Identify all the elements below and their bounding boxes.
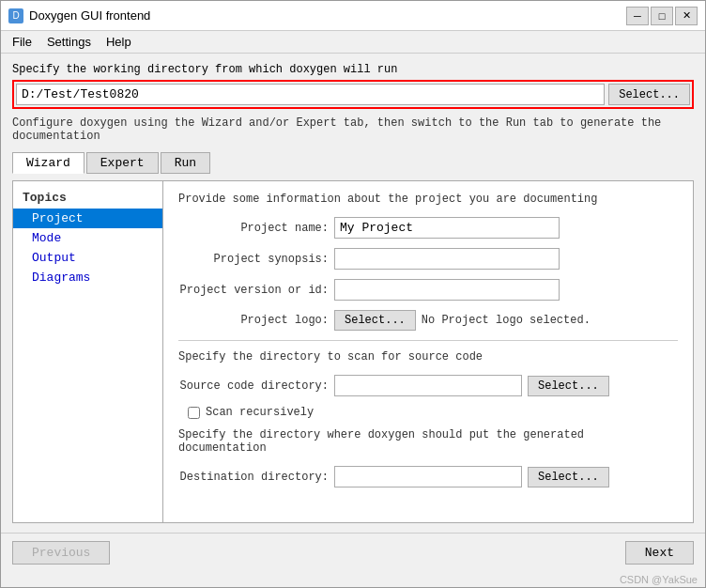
working-dir-label: Specify the working directory from which… xyxy=(12,63,694,76)
project-logo-row: Project logo: Select... No Project logo … xyxy=(178,310,678,331)
form-section-title: Provide some information about the proje… xyxy=(178,193,678,206)
working-dir-section: Specify the working directory from which… xyxy=(12,63,694,109)
scan-recursively-label: Scan recursively xyxy=(206,406,314,419)
working-dir-select-button[interactable]: Select... xyxy=(608,84,690,105)
watermark: CSDN @YakSue xyxy=(1,572,705,587)
main-window: D Doxygen GUI frontend ─ □ ✕ File Settin… xyxy=(0,0,706,588)
menu-bar: File Settings Help xyxy=(1,31,705,54)
project-version-input[interactable] xyxy=(334,279,560,301)
sidebar-item-output[interactable]: Output xyxy=(13,248,162,268)
project-version-label: Project version or id: xyxy=(178,284,329,297)
maximize-button[interactable]: □ xyxy=(651,7,673,25)
sidebar-item-project[interactable]: Project xyxy=(13,209,162,228)
source-dir-label: Source code directory: xyxy=(178,379,329,393)
working-dir-row: Select... xyxy=(12,80,694,109)
title-controls: ─ □ ✕ xyxy=(626,7,698,25)
title-bar: D Doxygen GUI frontend ─ □ ✕ xyxy=(1,1,705,31)
title-bar-left: D Doxygen GUI frontend xyxy=(8,8,150,23)
previous-button[interactable]: Previous xyxy=(12,541,110,565)
tab-wizard[interactable]: Wizard xyxy=(12,152,84,174)
source-dir-row: Source code directory: Select... xyxy=(178,375,678,396)
bottom-buttons: Previous Next xyxy=(1,533,705,572)
main-area: Topics Project Mode Output Diagrams Prov… xyxy=(12,180,694,523)
content-area: Specify the working directory from which… xyxy=(1,54,705,533)
no-logo-text: No Project logo selected. xyxy=(422,314,591,327)
tab-expert[interactable]: Expert xyxy=(86,152,159,174)
source-dir-input[interactable] xyxy=(334,375,522,396)
dest-section-title: Specify the directory where doxygen shou… xyxy=(178,428,678,455)
window-title: Doxygen GUI frontend xyxy=(29,8,150,23)
project-name-label: Project name: xyxy=(178,222,329,235)
scan-recursively-checkbox[interactable] xyxy=(188,407,200,419)
dest-dir-row: Destination directory: Select... xyxy=(178,466,678,487)
sidebar-title: Topics xyxy=(13,187,162,209)
tab-run[interactable]: Run xyxy=(161,152,210,174)
dest-dir-input[interactable] xyxy=(334,466,522,487)
project-logo-select-button[interactable]: Select... xyxy=(334,310,416,331)
menu-help[interactable]: Help xyxy=(99,33,139,51)
menu-file[interactable]: File xyxy=(5,33,39,51)
working-dir-input[interactable] xyxy=(16,84,605,105)
dest-dir-select-button[interactable]: Select... xyxy=(528,467,609,487)
project-synopsis-input[interactable] xyxy=(334,248,560,270)
menu-settings[interactable]: Settings xyxy=(39,33,99,51)
next-button[interactable]: Next xyxy=(625,541,694,565)
minimize-button[interactable]: ─ xyxy=(626,7,649,25)
dest-dir-label: Destination directory: xyxy=(178,471,329,484)
source-dir-select-button[interactable]: Select... xyxy=(528,376,609,396)
project-synopsis-row: Project synopsis: xyxy=(178,248,678,270)
tabs-row: Wizard Expert Run xyxy=(12,152,694,174)
scan-recursively-row: Scan recursively xyxy=(188,406,678,419)
source-section-title: Specify the directory to scan for source… xyxy=(178,350,678,364)
project-logo-label: Project logo: xyxy=(178,314,329,327)
close-button[interactable]: ✕ xyxy=(675,7,698,25)
sidebar: Topics Project Mode Output Diagrams xyxy=(13,181,163,522)
project-name-row: Project name: xyxy=(178,217,678,239)
app-icon: D xyxy=(8,8,23,23)
project-name-input[interactable] xyxy=(334,217,560,239)
form-area: Provide some information about the proje… xyxy=(163,181,693,522)
project-synopsis-label: Project synopsis: xyxy=(178,253,329,266)
divider-1 xyxy=(178,340,678,341)
project-version-row: Project version or id: xyxy=(178,279,678,301)
configure-label: Configure doxygen using the Wizard and/o… xyxy=(12,116,694,143)
sidebar-item-diagrams[interactable]: Diagrams xyxy=(13,268,162,287)
sidebar-item-mode[interactable]: Mode xyxy=(13,228,162,248)
